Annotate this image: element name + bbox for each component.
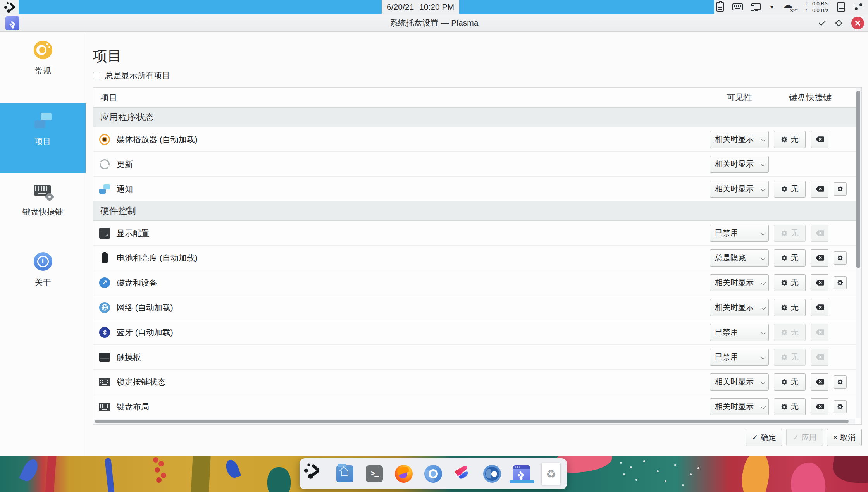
keyboard-tray-icon[interactable]	[732, 3, 743, 10]
gear-icon	[781, 379, 787, 385]
visibility-select[interactable]: 已禁用	[710, 349, 769, 366]
column-header-entry: 项目	[93, 92, 710, 103]
dock-item[interactable]: >_	[365, 458, 384, 489]
sidebar-item-about[interactable]: i 关于	[0, 244, 86, 314]
chevron-down-icon	[761, 354, 766, 360]
desktop-screen: 6/20/21 10:20 PM ▼ ☁ 32° ↓ 0.0 B/s ↑	[0, 0, 868, 492]
entry-settings-button[interactable]	[834, 251, 847, 265]
dock-item[interactable]	[482, 458, 502, 489]
shortcut-button[interactable]: 无	[774, 349, 806, 366]
clear-shortcut-button[interactable]	[811, 181, 828, 198]
dock-item[interactable]	[424, 458, 443, 489]
weather-icon[interactable]: ☁ 32°	[783, 1, 796, 13]
kdeconnect-icon[interactable]	[751, 3, 761, 10]
battery-row-icon	[99, 252, 110, 264]
entry-settings-button[interactable]	[834, 400, 847, 413]
entries-list: 项目 可见性 键盘快捷键 应用程序状态媒体播放器 (自动加载)相关时显示无更新相…	[93, 87, 862, 425]
visibility-select[interactable]: 相关时显示	[710, 131, 769, 148]
dock-item[interactable]	[394, 458, 413, 489]
chevron-down-icon	[761, 186, 766, 191]
sidebar-item-entries[interactable]: 项目	[0, 103, 86, 173]
dialog-button-box: ✓ 确定 ✓ 应用 × 取消	[93, 425, 862, 450]
visibility-select[interactable]: 相关时显示	[710, 156, 769, 173]
visibility-select[interactable]: 相关时显示	[710, 373, 769, 391]
display-config-icon	[99, 227, 110, 239]
gear-icon	[837, 255, 843, 261]
gear-icon	[781, 230, 787, 236]
chromium-icon[interactable]	[424, 464, 443, 483]
systray-settings-icon[interactable]	[512, 464, 531, 483]
shortcut-button[interactable]: 无	[774, 398, 806, 415]
file-manager-icon[interactable]	[336, 464, 354, 483]
vertical-scrollbar[interactable]	[856, 88, 861, 418]
clear-shortcut-button[interactable]	[811, 274, 828, 291]
cancel-button[interactable]: × 取消	[827, 429, 862, 446]
visibility-select[interactable]: 已禁用	[710, 225, 769, 242]
active-task-strip[interactable]	[459, 0, 714, 14]
scrollbar-thumb[interactable]	[95, 420, 849, 423]
visibility-select[interactable]: 相关时显示	[710, 299, 769, 316]
entry-settings-button[interactable]	[834, 276, 847, 289]
network-speed-widget[interactable]: ↓ 0.0 B/s ↑ 0.0 B/s	[805, 0, 828, 13]
clear-shortcut-button[interactable]	[811, 249, 828, 267]
apply-button[interactable]: ✓ 应用	[786, 429, 823, 446]
window-titlebar[interactable]: 系统托盘设置 — Plasma	[0, 14, 868, 32]
digital-clock[interactable]: 6/20/21 10:20 PM	[382, 0, 459, 14]
checkbox-icon[interactable]	[93, 72, 100, 79]
clear-shortcut-button[interactable]	[811, 324, 828, 341]
visibility-select[interactable]: 相关时显示	[710, 398, 769, 415]
notifications-icon	[99, 183, 110, 195]
ok-button[interactable]: ✓ 确定	[746, 429, 782, 446]
clock-time: 10:20 PM	[419, 2, 454, 12]
dock-item[interactable]	[512, 458, 531, 489]
visibility-select[interactable]: 总是隐藏	[710, 249, 769, 267]
trash-icon[interactable]: ♻	[542, 464, 560, 483]
entry-controls: 相关时显示无	[710, 181, 847, 198]
horizontal-scrollbar[interactable]	[94, 419, 855, 424]
shortcut-button[interactable]: 无	[774, 225, 806, 242]
battery-tray-icon[interactable]	[837, 2, 845, 12]
clear-shortcut-button[interactable]	[811, 373, 828, 391]
sidebar-item-shortcuts[interactable]: 键盘快捷键	[0, 173, 86, 244]
clear-shortcut-button[interactable]	[811, 349, 828, 366]
sidebar-item-general[interactable]: 常规	[0, 32, 86, 103]
clear-shortcut-button[interactable]	[811, 398, 828, 415]
sliders-icon[interactable]	[854, 3, 863, 11]
shortcut-button[interactable]: 无	[774, 131, 806, 148]
visibility-select[interactable]: 相关时显示	[710, 274, 769, 291]
dock-item[interactable]	[453, 458, 472, 489]
close-button[interactable]	[851, 17, 864, 29]
dock-item[interactable]	[306, 458, 325, 489]
dock-item[interactable]	[335, 458, 355, 489]
shortcut-button[interactable]: 无	[774, 249, 806, 267]
shortcut-button[interactable]: 无	[774, 299, 806, 316]
swoosh-app-icon[interactable]	[453, 464, 472, 483]
shortcut-button[interactable]: 无	[774, 373, 806, 391]
clear-shortcut-button[interactable]	[811, 299, 828, 316]
lens-app-icon[interactable]	[483, 464, 501, 483]
shortcut-button[interactable]: 无	[774, 181, 806, 198]
show-all-entries-checkbox[interactable]: 总是显示所有项目	[93, 70, 170, 81]
clear-shortcut-button[interactable]	[811, 131, 828, 148]
backspace-icon	[816, 280, 824, 286]
firefox-icon[interactable]	[394, 464, 413, 483]
entry-settings-button[interactable]	[834, 375, 847, 389]
shortcut-button[interactable]: 无	[774, 274, 806, 291]
app-launcher-icon[interactable]	[2, 1, 17, 13]
shortcut-value: 无	[791, 253, 799, 263]
active-task-strip[interactable]	[19, 0, 382, 14]
maximize-button[interactable]	[835, 19, 842, 26]
terminal-icon[interactable]: >_	[365, 464, 384, 483]
chevron-down-icon	[761, 379, 766, 384]
visibility-select[interactable]: 相关时显示	[710, 181, 769, 198]
entry-settings-button[interactable]	[834, 182, 847, 196]
scrollbar-thumb[interactable]	[856, 91, 860, 268]
minimize-button[interactable]	[819, 19, 826, 26]
visibility-select[interactable]: 已禁用	[710, 324, 769, 341]
shortcut-button[interactable]: 无	[774, 324, 806, 341]
clipboard-icon[interactable]	[716, 2, 724, 12]
expand-arrow-icon[interactable]: ▼	[769, 4, 775, 10]
clear-shortcut-button[interactable]	[811, 225, 828, 242]
dock-item[interactable]: ♻	[541, 458, 561, 489]
app-launcher-icon[interactable]	[306, 464, 325, 483]
